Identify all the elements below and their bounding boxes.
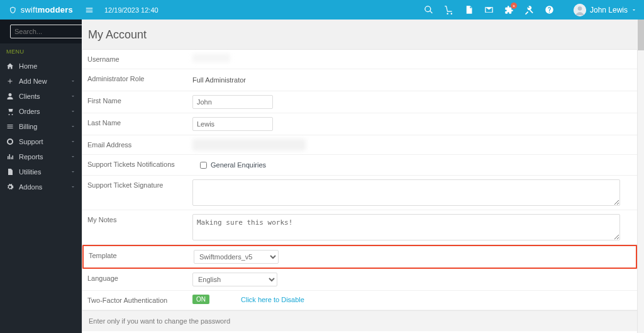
row-ticket-notifications: Support Tickets Notifications General En…: [82, 155, 637, 176]
main-content: My Account Username Administrator Role F…: [82, 20, 638, 333]
header-help-button[interactable]: [540, 0, 560, 20]
sidebar-nav: Home Add New Clients Orders Billing Supp…: [0, 59, 82, 195]
hamburger-icon: [85, 6, 94, 14]
label-twofa: Two-Factor Authentication: [82, 293, 192, 307]
label-email: Email Address: [82, 138, 192, 152]
account-form-card: Username Administrator Role Full Adminis…: [82, 49, 638, 333]
row-username: Username: [82, 50, 637, 69]
tools-icon: [525, 5, 534, 14]
header-actions: ×: [419, 0, 560, 20]
file-icon: [6, 168, 14, 176]
cart-icon: [444, 5, 453, 14]
help-icon: [545, 5, 554, 14]
chevron-down-icon: [70, 138, 75, 145]
label-username: Username: [82, 52, 192, 66]
label-firstname: First Name: [82, 94, 192, 108]
sidebar-item-reports[interactable]: Reports: [0, 149, 82, 164]
sidebar-item-support[interactable]: Support: [0, 134, 82, 149]
row-template: Template Swiftmodders_v5: [82, 245, 637, 269]
label-notes: My Notes: [82, 213, 192, 227]
sidebar-item-home[interactable]: Home: [0, 59, 82, 74]
checkbox-general-enquiries[interactable]: [200, 162, 207, 169]
value-role: Full Administrator: [192, 73, 246, 87]
input-email[interactable]: [192, 139, 306, 150]
sidebar-item-label: Reports: [19, 153, 43, 161]
sidebar-item-billing[interactable]: Billing: [0, 119, 82, 134]
svg-point-1: [578, 6, 582, 11]
mail-icon: [484, 5, 494, 14]
label-ticket-signature: Support Ticket Signature: [82, 178, 192, 192]
home-icon: [6, 62, 14, 70]
plus-icon: [6, 77, 14, 85]
sidebar-item-label: Billing: [19, 123, 37, 130]
brand-mark-icon: [9, 4, 17, 16]
row-firstname: First Name: [82, 91, 637, 113]
chevron-down-icon: [70, 77, 75, 85]
sidebar-item-orders[interactable]: Orders: [0, 104, 82, 119]
brand-text: swiftmodders: [21, 5, 73, 14]
row-twofa: Two-Factor Authentication ON Click here …: [82, 291, 637, 310]
sidebar-item-label: Clients: [19, 93, 40, 100]
chevron-down-icon: [70, 123, 75, 130]
header-username: John Lewis: [590, 6, 628, 14]
badge-twofa-state: ON: [192, 295, 209, 304]
row-ticket-signature: Support Ticket Signature: [82, 176, 637, 210]
sidebar-item-label: Addons: [19, 183, 42, 191]
chevron-down-icon: [70, 183, 75, 191]
sidebar-item-clients[interactable]: Clients: [0, 89, 82, 104]
header-tools-button[interactable]: [519, 0, 540, 20]
chevron-down-icon: [70, 108, 75, 115]
sidebar-search-input[interactable]: [10, 25, 82, 38]
sidebar-item-addnew[interactable]: Add New: [0, 74, 82, 89]
password-section-note: Enter only if you want to change the pas…: [82, 310, 637, 331]
sidebar: MENU Home Add New Clients Orders Billing: [0, 20, 82, 333]
sidebar-item-label: Orders: [19, 108, 40, 115]
label-template: Template: [84, 249, 194, 262]
textarea-notes[interactable]: [192, 214, 620, 240]
header-user-menu[interactable]: John Lewis: [566, 4, 644, 16]
sidebar-item-utilities[interactable]: Utilities: [0, 164, 82, 179]
header-file-button[interactable]: [459, 0, 479, 20]
chevron-down-icon: [631, 6, 636, 14]
select-template[interactable]: Swiftmodders_v5: [194, 250, 279, 264]
chevron-down-icon: [70, 168, 75, 176]
sidebar-item-label: Utilities: [19, 168, 41, 176]
user-icon: [6, 93, 14, 100]
label-role: Administrator Role: [82, 72, 192, 86]
sidebar-item-label: Add New: [19, 77, 47, 85]
cart-icon: [6, 108, 14, 115]
header-datetime: 12/19/2023 12:40: [104, 6, 158, 14]
input-firstname[interactable]: [192, 95, 273, 109]
brand-logo[interactable]: swiftmodders: [0, 0, 82, 20]
chevron-down-icon: [70, 153, 75, 161]
textarea-ticket-signature[interactable]: [192, 179, 620, 206]
header-mail-button[interactable]: [479, 0, 499, 20]
avatar: [574, 4, 586, 16]
row-notes: My Notes: [82, 210, 637, 245]
sidebar-item-label: Home: [19, 62, 37, 70]
link-twofa-disable[interactable]: Click here to Disable: [241, 296, 304, 303]
sidebar-item-addons[interactable]: Addons: [0, 179, 82, 195]
label-ticket-notifications: Support Tickets Notifications: [82, 157, 192, 171]
sidebar-search[interactable]: [0, 20, 82, 43]
value-username: [192, 54, 230, 62]
chevron-down-icon: [70, 93, 75, 100]
input-lastname[interactable]: [192, 117, 273, 131]
notifications-badge: ×: [511, 3, 517, 9]
page-title: My Account: [82, 20, 638, 49]
search-icon: [424, 5, 433, 14]
sidebar-item-label: Support: [19, 138, 43, 145]
header-cart-button[interactable]: [439, 0, 459, 20]
row-lastname: Last Name: [82, 113, 637, 135]
header-notifications-button[interactable]: ×: [499, 0, 519, 20]
label-language: Language: [82, 271, 192, 285]
sidebar-menu-label: MENU: [0, 43, 82, 59]
header-search-button[interactable]: [419, 0, 439, 20]
checkbox-label-general-enquiries: General Enquiries: [211, 161, 266, 169]
chart-icon: [6, 153, 14, 161]
sidebar-toggle[interactable]: [82, 0, 97, 20]
select-language[interactable]: English: [192, 273, 277, 286]
bars-icon: [6, 123, 14, 130]
row-email: Email Address: [82, 135, 637, 155]
label-lastname: Last Name: [82, 116, 192, 130]
